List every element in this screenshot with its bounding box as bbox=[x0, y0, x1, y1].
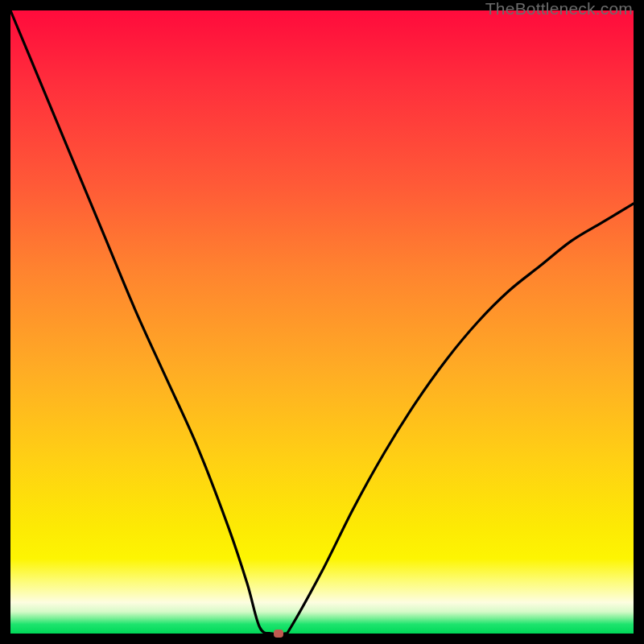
watermark-text: TheBottleneck.com bbox=[485, 0, 633, 19]
bottleneck-curve-path bbox=[10, 10, 634, 634]
chart-frame: TheBottleneck.com bbox=[0, 0, 644, 644]
curve-svg bbox=[10, 10, 634, 634]
optimum-marker bbox=[274, 630, 283, 638]
